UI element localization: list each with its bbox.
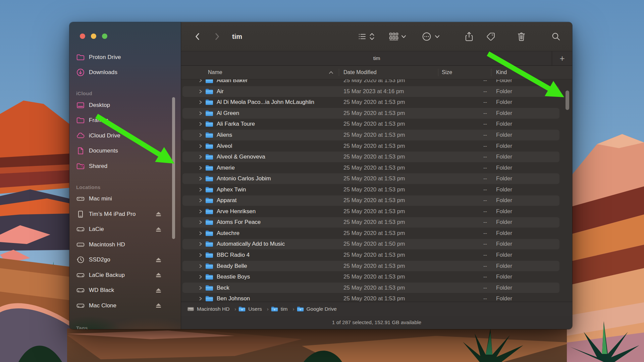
sidebar-item-icloud-drive[interactable]: iCloud Drive bbox=[74, 128, 177, 143]
column-header-size[interactable]: Size bbox=[442, 69, 452, 75]
sidebar-item-macintosh-hd[interactable]: Macintosh HD bbox=[74, 237, 177, 252]
sidebar-item-wd-black[interactable]: WD Black bbox=[74, 283, 177, 298]
trash-icon[interactable] bbox=[517, 32, 526, 42]
file-row-aliens[interactable]: Aliens 25 May 2020 at 1:53 pm -- Folder bbox=[181, 130, 572, 141]
back-button[interactable] bbox=[193, 32, 202, 41]
column-header-date-modified[interactable]: Date Modified bbox=[343, 69, 377, 75]
eject-icon[interactable] bbox=[156, 303, 161, 308]
file-size: -- bbox=[438, 79, 491, 84]
search-icon[interactable] bbox=[551, 32, 560, 41]
disclosure-chevron-icon[interactable] bbox=[197, 166, 204, 170]
file-row-bbc-radio-4[interactable]: BBC Radio 4 25 May 2020 at 1:53 pm -- Fo… bbox=[181, 250, 572, 261]
file-row-beady-belle[interactable]: Beady Belle 25 May 2020 at 1:53 pm -- Fo… bbox=[181, 260, 572, 272]
new-tab-button[interactable]: + bbox=[552, 51, 572, 65]
disclosure-chevron-icon[interactable] bbox=[197, 155, 204, 159]
folder-icon bbox=[205, 274, 213, 280]
disclosure-chevron-icon[interactable] bbox=[197, 111, 204, 115]
file-date-modified: 25 May 2020 at 1:53 pm bbox=[339, 197, 438, 204]
file-kind: Folder bbox=[491, 252, 572, 258]
disclosure-chevron-icon[interactable] bbox=[197, 122, 204, 126]
eject-icon[interactable] bbox=[156, 212, 161, 217]
file-row-automatically-add-to-music[interactable]: Automatically Add to Music 25 May 2020 a… bbox=[181, 239, 572, 250]
sidebar-item-frames[interactable]: Frames bbox=[74, 113, 177, 128]
file-size: -- bbox=[438, 219, 491, 226]
file-row-ali-farka-toure[interactable]: Ali Farka Toure 25 May 2020 at 1:53 pm -… bbox=[181, 119, 572, 130]
disclosure-chevron-icon[interactable] bbox=[197, 188, 204, 192]
disclosure-chevron-icon[interactable] bbox=[197, 100, 204, 104]
file-row-antonio-carlos-jobim[interactable]: Antonio Carlos Jobim 25 May 2020 at 1:53… bbox=[181, 173, 572, 184]
column-header-name[interactable]: Name bbox=[208, 69, 222, 75]
file-row-arve-henriksen[interactable]: Arve Henriksen 25 May 2020 at 1:53 pm --… bbox=[181, 206, 572, 217]
file-row-air[interactable]: Air 15 Mar 2023 at 4:16 pm -- Folder bbox=[181, 86, 572, 97]
disclosure-chevron-icon[interactable] bbox=[197, 264, 204, 268]
sidebar-item-mac-clone[interactable]: Mac Clone bbox=[74, 298, 177, 313]
disclosure-chevron-icon[interactable] bbox=[197, 133, 204, 137]
list-scrollbar[interactable] bbox=[566, 90, 569, 110]
sidebar-item-mac-mini[interactable]: Mac mini bbox=[74, 191, 177, 207]
tag-icon[interactable] bbox=[486, 32, 495, 41]
sidebar-item-shared[interactable]: Shared bbox=[74, 159, 177, 174]
disclosure-chevron-icon[interactable] bbox=[197, 231, 204, 235]
disclosure-chevron-icon[interactable] bbox=[197, 297, 204, 301]
file-row-alveol[interactable]: Alveol 25 May 2020 at 1:53 pm -- Folder bbox=[181, 140, 572, 152]
sidebar-item-tim-s-m4-ipad-pro[interactable]: Tim’s M4 iPad Pro bbox=[74, 206, 177, 222]
minimize-window-button[interactable] bbox=[91, 34, 96, 39]
file-date-modified: 25 May 2020 at 1:50 pm bbox=[339, 241, 438, 247]
zoom-window-button[interactable] bbox=[102, 34, 107, 39]
file-date-modified: 25 May 2020 at 1:53 pm bbox=[339, 143, 438, 149]
column-header-kind[interactable]: Kind bbox=[496, 69, 507, 75]
eject-icon[interactable] bbox=[156, 227, 161, 232]
eject-icon[interactable] bbox=[156, 288, 161, 293]
macmini-icon bbox=[76, 194, 85, 203]
sidebar-item-label: SSD2go bbox=[89, 256, 110, 263]
disclosure-chevron-icon[interactable] bbox=[197, 209, 204, 214]
eject-icon[interactable] bbox=[156, 257, 161, 262]
file-row-atoms-for-peace[interactable]: Atoms For Peace 25 May 2020 at 1:53 pm -… bbox=[181, 217, 572, 228]
disclosure-chevron-icon[interactable] bbox=[197, 275, 204, 279]
file-row-ben-johnson[interactable]: Ben Johnson 25 May 2020 at 1:53 pm -- Fo… bbox=[181, 293, 572, 302]
sidebar-item-lacie[interactable]: LaCie bbox=[74, 222, 177, 237]
group-chevron-down-icon[interactable] bbox=[401, 35, 406, 39]
disclosure-chevron-icon[interactable] bbox=[197, 220, 204, 224]
file-row-autechre[interactable]: Autechre 25 May 2020 at 1:53 pm -- Folde… bbox=[181, 228, 572, 239]
share-icon[interactable] bbox=[465, 32, 473, 42]
sidebar-item-ssd2go[interactable]: SSD2go bbox=[74, 252, 177, 268]
disclosure-chevron-icon[interactable] bbox=[197, 144, 204, 148]
sidebar-item-documents[interactable]: Documents bbox=[74, 143, 177, 159]
file-row-al-di-meola-paco-ia-john-mclaughlin[interactable]: Al Di Meola Paco...ia John McLaughlin 25… bbox=[181, 97, 572, 108]
sidebar-item-desktop[interactable]: Desktop bbox=[74, 98, 177, 113]
path-item-google-drive[interactable]: Google Drive bbox=[297, 306, 344, 312]
file-row-al-green[interactable]: Al Green 25 May 2020 at 1:53 pm -- Folde… bbox=[181, 108, 572, 119]
file-row-alveol-genoveva[interactable]: Alveol & Genoveva 25 May 2020 at 1:53 pm… bbox=[181, 152, 572, 163]
disclosure-chevron-icon[interactable] bbox=[197, 89, 204, 94]
view-sort-updown-icon[interactable] bbox=[369, 33, 375, 41]
more-actions-icon[interactable] bbox=[422, 32, 431, 41]
file-row-amerie[interactable]: Amerie 25 May 2020 at 1:53 pm -- Folder bbox=[181, 162, 572, 173]
eject-icon[interactable] bbox=[156, 273, 161, 278]
actions-chevron-down-icon[interactable] bbox=[435, 35, 440, 39]
sidebar-item-downloads[interactable]: Downloads bbox=[74, 65, 177, 80]
sidebar-scrollbar[interactable] bbox=[172, 97, 175, 239]
sidebar-item-proton-drive[interactable]: Proton Drive bbox=[74, 50, 177, 65]
disclosure-chevron-icon[interactable] bbox=[197, 177, 204, 181]
sidebar-item-lacie-backup[interactable]: LaCie Backup bbox=[74, 267, 177, 283]
group-view-icon[interactable] bbox=[389, 32, 398, 41]
file-row-beastie-boys[interactable]: Beastie Boys 25 May 2020 at 1:53 pm -- F… bbox=[181, 272, 572, 283]
file-row-aphex-twin[interactable]: Aphex Twin 25 May 2020 at 1:53 pm -- Fol… bbox=[181, 184, 572, 195]
path-item-users[interactable]: Users › bbox=[238, 306, 271, 312]
close-window-button[interactable] bbox=[80, 34, 85, 39]
path-item-tim[interactable]: tim › bbox=[271, 306, 297, 312]
path-item-macintosh-hd[interactable]: Macintosh HD › bbox=[187, 306, 238, 312]
forward-button[interactable] bbox=[213, 32, 221, 41]
file-row-beck[interactable]: Beck 25 May 2020 at 1:53 pm -- Folder bbox=[181, 282, 572, 293]
list-view-icon[interactable] bbox=[358, 33, 366, 41]
file-row-apparat[interactable]: Apparat 25 May 2020 at 1:53 pm -- Folder bbox=[181, 195, 572, 206]
disclosure-chevron-icon[interactable] bbox=[197, 198, 204, 202]
disclosure-chevron-icon[interactable] bbox=[197, 286, 204, 290]
disclosure-chevron-icon[interactable] bbox=[197, 253, 204, 257]
disclosure-chevron-icon[interactable] bbox=[197, 79, 204, 82]
file-name: Arve Henriksen bbox=[217, 208, 256, 215]
disclosure-chevron-icon[interactable] bbox=[197, 242, 204, 246]
tab-current[interactable]: tim bbox=[181, 55, 572, 61]
file-row-aidan-baker[interactable]: Aidan Baker 25 May 2020 at 1:53 pm -- Fo… bbox=[181, 79, 572, 86]
